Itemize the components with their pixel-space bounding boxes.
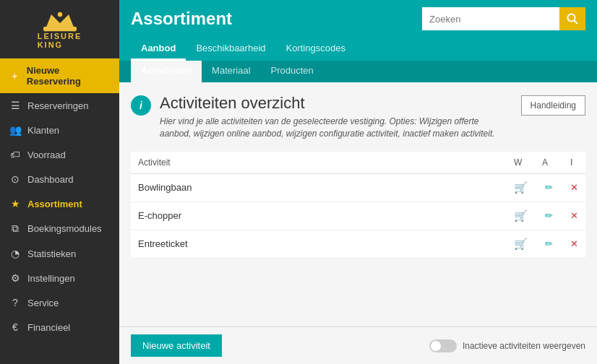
overview-desc: Hier vind je alle activiteiten van de ge…	[160, 116, 512, 140]
sidebar-item-instellingen[interactable]: ⚙ Instellingen	[0, 266, 119, 290]
edit-icon[interactable]: ✏	[545, 182, 553, 193]
svg-point-5	[568, 14, 575, 22]
search-area	[422, 7, 585, 30]
sidebar-item-statistieken[interactable]: ◔ Statistieken	[0, 241, 119, 266]
activities-table: Activiteit W A I Bowlingbaan 🛒 ✏ ✕	[131, 152, 585, 259]
stats-icon: ◔	[9, 248, 22, 259]
sidebar-item-dashboard[interactable]: ⊙ Dashboard	[0, 167, 119, 191]
delete-icon[interactable]: ✕	[570, 210, 578, 221]
sidebar-menu: + Nieuwe Reservering ☰ Reserveringen 👥 K…	[0, 58, 119, 364]
crown-icon	[43, 9, 77, 32]
row-i-icon-cell: ✕	[563, 173, 585, 202]
row-i-icon-cell: ✕	[563, 202, 585, 230]
sidebar-item-boekingsmodules[interactable]: ⧉ Boekingsmodules	[0, 216, 119, 241]
topbar: Assortiment	[119, 0, 597, 38]
star-icon: ★	[9, 198, 22, 209]
row-w-icon-cell: 🛒	[507, 230, 535, 258]
help-icon: ?	[9, 297, 22, 308]
euro-icon: €	[9, 321, 22, 333]
table-row: E-chopper 🛒 ✏ ✕	[131, 202, 585, 230]
svg-point-2	[57, 12, 61, 17]
info-content: Activiteiten overzicht Hier vind je alle…	[160, 94, 512, 140]
list-icon: ☰	[9, 100, 22, 111]
delete-icon[interactable]: ✕	[570, 182, 578, 193]
tab-aanbod[interactable]: Aanbod	[131, 38, 186, 61]
edit-icon[interactable]: ✏	[545, 210, 553, 221]
tab-producten[interactable]: Producten	[261, 61, 324, 82]
activity-name: Bowlingbaan	[131, 173, 507, 202]
tab-kortingscodes[interactable]: Kortingscodes	[276, 38, 356, 61]
overview-title: Activiteiten overzicht	[160, 94, 512, 113]
content-area: i Activiteiten overzicht Hier vind je al…	[119, 82, 597, 326]
sidebar-item-voorraad[interactable]: 🏷 Voorraad	[0, 142, 119, 167]
search-button[interactable]	[559, 7, 585, 30]
dashboard-icon: ⊙	[9, 173, 22, 185]
row-w-icon-cell: 🛒	[507, 173, 535, 202]
page-title: Assortiment	[131, 9, 232, 29]
modules-icon: ⧉	[9, 222, 22, 235]
activity-name: E-chopper	[131, 202, 507, 230]
plus-icon: +	[9, 70, 21, 82]
nieuwe-activiteit-button[interactable]: Nieuwe activiteit	[131, 334, 222, 357]
row-a-icon-cell: ✏	[535, 202, 563, 230]
tab-materiaal[interactable]: Materiaal	[202, 61, 260, 82]
activity-name: Entreeticket	[131, 230, 507, 258]
toggle-label: Inactieve activiteiten weergeven	[463, 341, 585, 351]
svg-line-6	[575, 21, 578, 25]
main-content: Assortiment Aanbod Beschikbaarheid Korti…	[119, 0, 597, 364]
info-box: i Activiteiten overzicht Hier vind je al…	[131, 94, 585, 140]
svg-rect-4	[44, 27, 75, 31]
bottom-bar: Nieuwe activiteit Inactieve activiteiten…	[119, 326, 597, 364]
delete-icon[interactable]: ✕	[570, 238, 578, 249]
cart-icon[interactable]: 🛒	[514, 209, 528, 222]
cart-icon[interactable]: 🛒	[514, 181, 528, 194]
logo: LEISUREKING	[38, 9, 82, 49]
row-w-icon-cell: 🛒	[507, 202, 535, 230]
col-i: I	[563, 152, 585, 174]
handleiding-button[interactable]: Handleiding	[521, 95, 585, 116]
users-icon: 👥	[9, 124, 22, 136]
col-w: W	[507, 152, 535, 174]
col-a: A	[535, 152, 563, 174]
search-input[interactable]	[422, 7, 559, 30]
info-icon: i	[131, 95, 151, 116]
table-header-row: Activiteit W A I	[131, 152, 585, 174]
row-i-icon-cell: ✕	[563, 230, 585, 258]
col-activiteit: Activiteit	[131, 152, 507, 174]
inactive-toggle[interactable]	[429, 339, 457, 352]
sidebar-item-klanten[interactable]: 👥 Klanten	[0, 118, 119, 142]
cart-icon[interactable]: 🛒	[514, 238, 528, 250]
tab-activiteiten[interactable]: Activiteiten	[131, 61, 202, 82]
row-a-icon-cell: ✏	[535, 230, 563, 258]
search-icon	[567, 13, 578, 25]
sidebar-item-service[interactable]: ? Service	[0, 290, 119, 315]
tab-beschikbaarheid[interactable]: Beschikbaarheid	[186, 38, 275, 61]
table-row: Bowlingbaan 🛒 ✏ ✕	[131, 173, 585, 202]
sidebar-item-nieuwe-reservering[interactable]: + Nieuwe Reservering	[0, 58, 119, 93]
sidebar-item-assortiment[interactable]: ★ Assortiment	[0, 191, 119, 216]
gear-icon: ⚙	[9, 272, 22, 284]
sidebar: LEISUREKING + Nieuwe Reservering ☰ Reser…	[0, 0, 119, 364]
nav-tabs-2: Activiteiten Materiaal Producten	[119, 61, 597, 82]
sidebar-item-financieel[interactable]: € Financieel	[0, 315, 119, 339]
logo-text: LEISUREKING	[38, 32, 82, 49]
sidebar-item-reserveringen[interactable]: ☰ Reserveringen	[0, 93, 119, 118]
table-row: Entreeticket 🛒 ✏ ✕	[131, 230, 585, 258]
edit-icon[interactable]: ✏	[545, 238, 553, 249]
row-a-icon-cell: ✏	[535, 173, 563, 202]
nav-tabs-1: Aanbod Beschikbaarheid Kortingscodes	[119, 38, 597, 61]
logo-area: LEISUREKING	[0, 0, 119, 58]
tag-icon: 🏷	[9, 149, 22, 160]
toggle-area: Inactieve activiteiten weergeven	[429, 339, 585, 352]
